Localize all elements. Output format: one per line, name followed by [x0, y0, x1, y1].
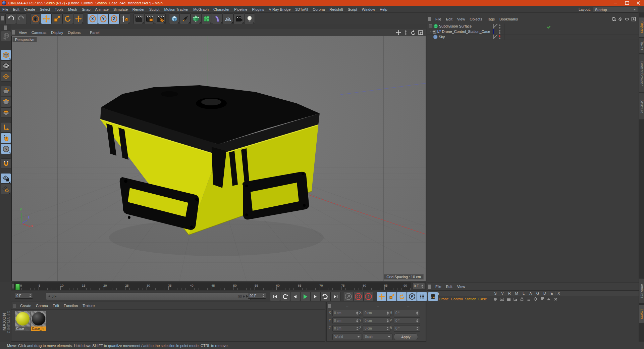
goto-start-button[interactable] [270, 292, 280, 301]
edges-mode-button[interactable] [1, 97, 11, 107]
keyframe-pla-button[interactable] [417, 292, 427, 301]
keyframe-parameter-button[interactable]: P [407, 292, 417, 301]
menu-plugins[interactable]: Plugins [250, 7, 266, 11]
render-dot[interactable] [499, 38, 500, 39]
menu-render[interactable]: Render [130, 7, 147, 11]
menu-select[interactable]: Select [38, 7, 53, 11]
menu-redshift[interactable]: Redshift [327, 7, 345, 11]
record-keyframe-button[interactable] [353, 292, 363, 301]
rot-h-field[interactable]: 0 ° [394, 310, 420, 316]
viewport-canvas[interactable]: Perspective Y z x Grid Spacing : 10 cm [11, 36, 426, 281]
end-frame-field[interactable]: 90 F [248, 293, 266, 299]
snap-settings-button[interactable]: S [1, 144, 11, 154]
menu-motion-tracker[interactable]: Motion Tracker [162, 7, 191, 11]
enable-snap-button[interactable] [1, 158, 11, 169]
lock-icon[interactable] [519, 297, 525, 301]
world-dropdown[interactable]: World [332, 334, 362, 340]
rotate-tool-button[interactable] [62, 13, 73, 24]
points-mode-button[interactable] [1, 86, 11, 96]
layer-manager-grip[interactable] [428, 285, 431, 289]
goto-end-button[interactable] [330, 292, 340, 301]
play-button[interactable] [300, 292, 310, 301]
generators-icon[interactable] [532, 297, 539, 301]
solo-icon[interactable] [492, 298, 498, 301]
palette-grip[interactable] [4, 26, 7, 30]
menu-corona[interactable]: Corona [310, 7, 327, 11]
tab-layers[interactable]: Layers [639, 304, 644, 323]
timeline-ruler[interactable]: 0 5 10 15 20 25 30 35 40 45 50 55 60 65 … [14, 283, 411, 290]
next-frame-button[interactable] [310, 292, 320, 301]
coordinate-system-button[interactable] [119, 13, 130, 24]
render-view-button[interactable] [133, 13, 144, 24]
add-primitive-button[interactable] [169, 13, 180, 24]
layout-dropdown[interactable]: Startup [593, 7, 638, 12]
menu-help[interactable]: Help [377, 7, 390, 11]
render-settings-button[interactable] [155, 13, 166, 24]
xref-icon[interactable] [552, 297, 559, 301]
loop-button[interactable] [320, 292, 330, 301]
menu-animate[interactable]: Animate [93, 7, 111, 11]
mat-menu-edit[interactable]: Edit [50, 304, 61, 308]
menu-create[interactable]: Create [22, 7, 38, 11]
collapse-icon[interactable] [429, 24, 432, 28]
menu-mesh[interactable]: Mesh [66, 7, 79, 11]
visibility-toggle[interactable] [493, 35, 494, 39]
render-dot[interactable] [499, 32, 500, 34]
tab-attributes[interactable]: Attributes [639, 278, 644, 304]
view-icon[interactable] [498, 297, 505, 301]
workplane-mode-button[interactable] [1, 71, 11, 82]
expressions-icon[interactable] [545, 298, 552, 301]
vp-menu-panel[interactable]: Panel [88, 31, 102, 35]
layer-row-drone-case[interactable]: Drone_Control_Station_Case [427, 296, 639, 302]
axis-mode-button[interactable] [1, 122, 11, 133]
viewport-grip[interactable] [12, 30, 15, 35]
undo-button[interactable] [5, 13, 16, 24]
play-backwards-button[interactable] [280, 292, 290, 301]
manager-icon[interactable] [512, 297, 519, 301]
add-light-button[interactable] [244, 13, 255, 24]
keyframe-rotation-button[interactable] [397, 292, 407, 301]
z-axis-lock-button[interactable]: Z [109, 13, 119, 24]
menu-script[interactable]: Script [345, 7, 360, 11]
menu-simulate[interactable]: Simulate [111, 7, 130, 11]
autokey-help-button[interactable]: ? [363, 292, 373, 301]
om-add-view-icon[interactable] [631, 17, 636, 21]
maximize-button[interactable] [621, 0, 633, 6]
menu-window[interactable]: Window [360, 7, 377, 11]
menu-character[interactable]: Character [211, 7, 232, 11]
camera-label[interactable]: Perspective [12, 37, 37, 42]
make-editable-button[interactable] [1, 31, 11, 41]
mat-menu-texture[interactable]: Texture [80, 304, 97, 308]
menu-snap[interactable]: Snap [79, 7, 93, 11]
menu-edit[interactable]: Edit [11, 7, 22, 11]
menu-file[interactable]: File [0, 7, 11, 11]
zoom-view-icon[interactable] [403, 30, 409, 35]
apply-button[interactable]: Apply [394, 334, 418, 340]
lock-workplane-button[interactable] [1, 173, 11, 184]
scale-dropdown[interactable]: Scale [363, 334, 392, 340]
redo-button[interactable] [16, 13, 27, 24]
record-position-button[interactable] [343, 292, 353, 301]
add-generator-button[interactable] [201, 13, 212, 24]
animation-icon[interactable] [525, 297, 532, 301]
vp-menu-display[interactable]: Display [49, 31, 65, 35]
pan-view-icon[interactable] [396, 30, 401, 35]
expand-icon[interactable] [433, 30, 436, 34]
tab-content-browser[interactable]: Content Browser [639, 54, 644, 92]
keyframe-position-button[interactable] [377, 292, 387, 301]
toolbar-grip[interactable] [1, 16, 4, 20]
mat-menu-corona[interactable]: Corona [34, 304, 50, 308]
scale-tool-button[interactable] [52, 13, 62, 24]
object-row-subdivision-surface[interactable]: Subdivision Surface [427, 23, 639, 29]
toggle-view-icon[interactable] [418, 30, 423, 35]
render-icon[interactable] [505, 297, 512, 301]
add-subdivision-surface-button[interactable] [191, 13, 201, 24]
vp-menu-cameras[interactable]: Cameras [29, 31, 49, 35]
frame-range-slider[interactable]: 0 F 90 F [46, 293, 251, 300]
om-menu-file[interactable]: File [433, 17, 444, 21]
visibility-toggle[interactable] [493, 24, 494, 29]
move-tool-button[interactable] [41, 13, 52, 24]
add-environment-button[interactable] [223, 13, 233, 24]
model-mode-button[interactable] [1, 50, 11, 60]
polygons-mode-button[interactable] [1, 107, 11, 118]
